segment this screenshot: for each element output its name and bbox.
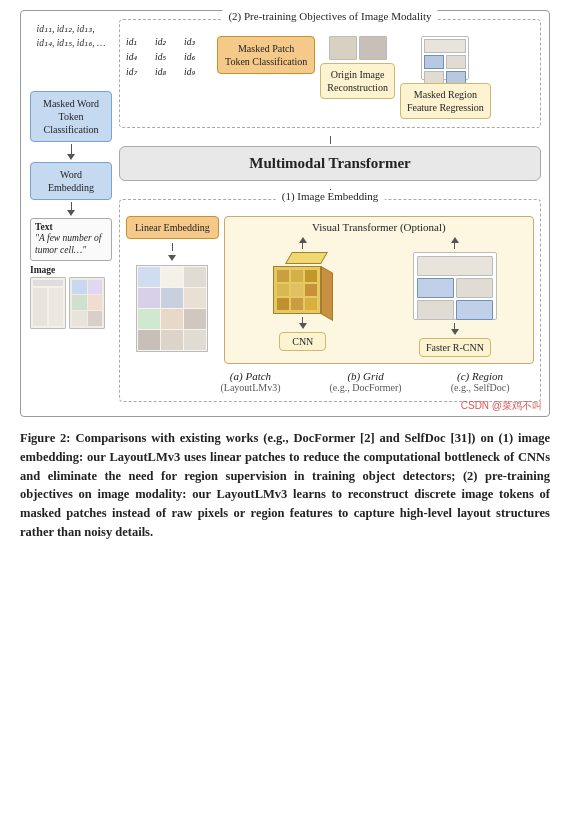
id-cell-15: id₅ [155,51,183,65]
image-embedding-title: (1) Image Embedding [276,190,385,202]
arrow-word-embed [67,144,75,160]
arrow-text [67,202,75,216]
cc-6 [277,298,289,310]
cc-7 [291,298,303,310]
visual-transformer-outer: Visual Transformer (Optional) [224,216,534,364]
grid-label-main: (b) Grid [329,370,401,382]
diagram-right: (2) Pre-training Objectives of Image Mod… [119,19,541,410]
cc-4 [291,284,303,296]
cnn-cube [273,252,333,314]
v-line-linear [172,243,173,251]
id-cell-18: id₈ [155,66,183,80]
bottom-labels: (a) Patch (LayoutLMv3) (b) Grid (e.g., D… [126,370,534,393]
arrow-rcnn-down [451,323,459,335]
patch-1 [161,267,183,287]
arrow-down-rcnn [451,329,459,335]
cc-1 [291,270,303,282]
patch-6 [138,309,160,329]
cc-5 [305,284,317,296]
linear-embed-container: Linear Embedding [126,216,219,352]
diagram-wrapper: id₁₁, id₁₂, id₁₃,id₁₄, id₁₅, id₁₆, … Mas… [20,10,550,417]
arrow-down2 [67,210,75,216]
text-label: Text [35,222,107,232]
pretraining-region: (2) Pre-training Objectives of Image Mod… [119,19,541,128]
grid-label-sub: (e.g., DocFormer) [329,382,401,393]
patch-7 [161,309,183,329]
cnn-label-box: CNN [279,332,326,351]
text-content: "A few number of tumor cell…" [35,232,107,257]
doc-thumb-2 [69,277,105,329]
id-grid-container: id₁ id₂ id₃ id₄ id₅ id₆ id₇ id₈ id₉ [126,36,212,79]
arrow-line-pretrain [330,136,331,144]
patch-label: (a) Patch (LayoutLMv3) [220,370,280,393]
cc-0 [277,270,289,282]
v-rcnn [454,243,455,249]
origin-thumbs [329,36,387,60]
patch-4 [161,288,183,308]
patch-0 [138,267,160,287]
id-tokens-top-left: id₁₁, id₁₂, id₁₃,id₁₄, id₁₅, id₁₆, … [37,23,106,51]
patch-10 [161,330,183,350]
patch-label-sub: (LayoutLMv3) [220,382,280,393]
patch-grid [136,265,208,352]
patch-2 [184,267,206,287]
patch-9 [138,330,160,350]
image-input-area: Image [30,265,112,329]
image-label: Image [30,265,112,275]
faster-rcnn-label-box: Faster R-CNN [419,338,491,357]
arrow-rcnn-up [451,237,459,249]
masked-region-box: Masked RegionFeature Regression [400,83,491,119]
visual-transformer-title: Visual Transformer (Optional) [229,221,529,233]
full-diagram: id₁₁, id₁₂, id₁₃,id₁₄, id₁₅, id₁₆, … Mas… [29,19,541,410]
caption: Figure 2: Comparisons with existing work… [20,429,550,542]
rd-3 [417,300,454,320]
arrow-down1 [67,154,75,160]
v-line1 [71,144,72,154]
id-cell-13: id₃ [184,36,212,50]
word-embedding-box: Word Embedding [30,162,112,200]
page: id₁₁, id₁₂, id₁₃,id₁₄, id₁₅, id₁₆, … Mas… [0,0,570,558]
patch-label-main: (a) Patch [220,370,280,382]
top-spacer: id₁₁, id₁₂, id₁₃,id₁₄, id₁₅, id₁₆, … [37,19,106,91]
vt-inner: CNN [229,237,529,357]
cc-3 [277,284,289,296]
pretrain-arrows [119,136,541,144]
image-embedding-region: (1) Image Embedding Linear Embedding [119,199,541,402]
grid-label: (b) Grid (e.g., DocFormer) [329,370,401,393]
faster-rcnn-section: Faster R-CNN [381,237,529,357]
cc-8 [305,298,317,310]
arrow-linear [168,255,176,261]
origin-image-box: Origin ImageReconstruction [320,63,395,99]
diagram-left: id₁₁, id₁₂, id₁₃,id₁₄, id₁₅, id₁₆, … Mas… [29,19,113,410]
embedding-content: Linear Embedding [126,216,534,364]
linear-embedding-box: Linear Embedding [126,216,219,239]
watermark: CSDN @菜鸡不叫 [461,399,542,413]
cube-front [273,266,321,314]
doc-thumbnails [30,277,112,329]
id-cell-17: id₇ [126,66,154,80]
cc-2 [305,270,317,282]
pretrain-top-row: id₁ id₂ id₃ id₄ id₅ id₆ id₇ id₈ id₉ [126,36,534,119]
arrow-down-cnn [299,323,307,329]
v-cnn [302,243,303,249]
id-grid: id₁ id₂ id₃ id₄ id₅ id₆ id₇ id₈ id₉ [126,36,212,79]
region-label: (c) Region (e.g., SelfDoc) [451,370,510,393]
cube-top [285,252,328,264]
patch-5 [184,288,206,308]
origin-image-container: Origin ImageReconstruction [320,36,395,99]
cube-right [321,266,333,321]
transformer-bar: Multimodal Transformer [119,146,541,181]
patch-8 [184,309,206,329]
doc-thumb-1 [30,277,66,329]
region-label-main: (c) Region [451,370,510,382]
masked-patch-box: Masked PatchToken Classification [217,36,315,74]
id-cell-11: id₁ [126,36,154,50]
patch-11 [184,330,206,350]
patch-3 [138,288,160,308]
region-label-sub: (e.g., SelfDoc) [451,382,510,393]
id-cell-19: id₉ [184,66,212,80]
arrow-cnn-down [299,317,307,329]
masked-region-container: Masked RegionFeature Regression [400,36,491,119]
v-line2 [71,202,72,210]
text-input-area: Text "A few number of tumor cell…" [30,218,112,261]
